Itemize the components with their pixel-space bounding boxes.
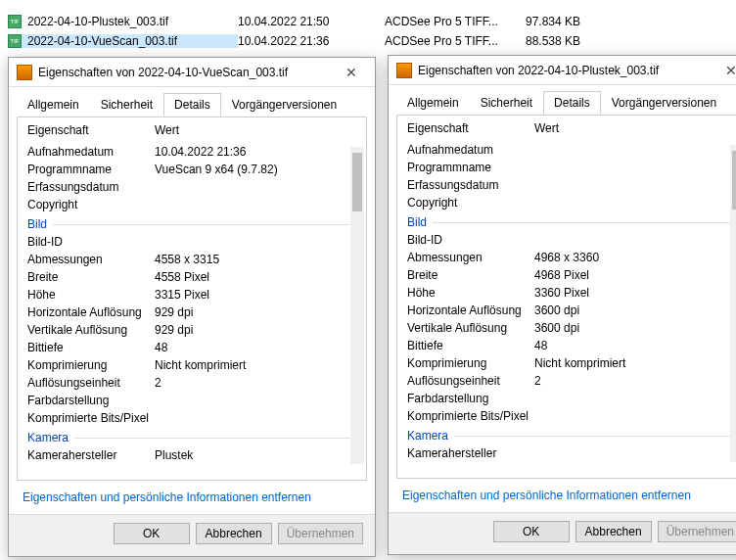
window-title: Eigenschaften von 2022-04-10-VueScan_003…	[38, 66, 336, 79]
file-size: 88.538 KB	[502, 34, 580, 48]
property-name: Farbdarstellung	[27, 394, 155, 407]
property-row[interactable]: Auflösungseinheit2	[407, 372, 736, 390]
property-value: 2	[534, 374, 736, 388]
close-button[interactable]: ✕	[336, 61, 367, 84]
property-name: Aufnahmedatum	[27, 145, 155, 159]
file-name: 2022-04-10-VueScan_003.tif	[27, 34, 238, 48]
file-row[interactable]: TIF 2022-04-10-Plustek_003.tif 10.04.202…	[0, 12, 736, 31]
apply-button[interactable]: Übernehmen	[278, 523, 363, 544]
property-row[interactable]: Bittiefe48	[27, 339, 356, 356]
close-button[interactable]: ✕	[715, 59, 736, 82]
tab-sicherheit[interactable]: Sicherheit	[470, 91, 543, 115]
tab-strip: Allgemein Sicherheit Details Vorgängerve…	[389, 85, 736, 115]
details-scroll[interactable]: Aufnahmedatum10.04.2022 21:36Programmnam…	[18, 143, 366, 468]
scrollbar-thumb[interactable]	[352, 153, 362, 211]
scrollbar[interactable]	[730, 145, 736, 462]
property-row[interactable]: Vertikale Auflösung3600 dpi	[407, 319, 736, 337]
remove-properties-link[interactable]: Eigenschaften und persönliche Informatio…	[9, 481, 375, 514]
property-row[interactable]: Bild-ID	[407, 231, 736, 249]
property-row[interactable]: Höhe3360 Pixel	[407, 284, 736, 302]
property-row[interactable]: Kamerahersteller	[407, 444, 736, 462]
property-row[interactable]: Farbdarstellung	[27, 392, 356, 409]
tab-allgemein[interactable]: Allgemein	[396, 91, 470, 115]
tab-allgemein[interactable]: Allgemein	[17, 93, 90, 117]
file-row-partial[interactable]	[0, 0, 736, 12]
property-row[interactable]: Aufnahmedatum10.04.2022 21:36	[27, 143, 356, 161]
app-icon	[396, 63, 412, 78]
property-row[interactable]: Auflösungseinheit2	[27, 374, 356, 392]
property-value: 4558 x 3315	[155, 253, 356, 266]
property-row[interactable]: KomprimierungNicht komprimiert	[27, 356, 356, 374]
tab-details[interactable]: Details	[543, 91, 601, 115]
property-row[interactable]: Breite4968 Pixel	[407, 266, 736, 284]
property-row[interactable]: Abmessungen4558 x 3315	[27, 251, 356, 268]
ok-button[interactable]: OK	[493, 521, 570, 542]
property-value: Plustek	[155, 448, 356, 462]
property-row[interactable]: Bild-ID	[27, 233, 356, 251]
tab-vorgaengerversionen[interactable]: Vorgängerversionen	[601, 91, 727, 115]
section-header: Kamera	[407, 425, 736, 444]
property-row[interactable]: KameraherstellerPlustek	[27, 446, 356, 464]
property-value: Nicht komprimiert	[534, 356, 736, 370]
property-value: 4558 Pixel	[155, 270, 356, 284]
property-name: Komprimierte Bits/Pixel	[407, 409, 534, 423]
apply-button[interactable]: Übernehmen	[658, 521, 736, 542]
tab-vorgaengerversionen[interactable]: Vorgängerversionen	[221, 93, 347, 117]
property-name: Copyright	[407, 196, 534, 210]
property-row[interactable]: Abmessungen4968 x 3360	[407, 249, 736, 266]
property-row[interactable]: Horizontale Auflösung3600 dpi	[407, 302, 736, 319]
cancel-button[interactable]: Abbrechen	[575, 521, 652, 542]
window-title: Eigenschaften von 2022-04-10-Plustek_003…	[418, 64, 715, 77]
property-row[interactable]: Breite4558 Pixel	[27, 268, 356, 286]
file-name: 2022-04-10-Plustek_003.tif	[27, 15, 238, 28]
tab-sicherheit[interactable]: Sicherheit	[90, 93, 163, 117]
property-value: 2	[155, 376, 356, 390]
property-name: Abmessungen	[407, 251, 534, 264]
scrollbar[interactable]	[350, 147, 364, 464]
property-row[interactable]: Aufnahmedatum	[407, 141, 736, 159]
property-value: 3360 Pixel	[534, 286, 736, 300]
property-row[interactable]: ProgrammnameVueScan 9 x64 (9.7.82)	[27, 161, 356, 178]
property-name: Vertikale Auflösung	[27, 323, 155, 337]
titlebar[interactable]: Eigenschaften von 2022-04-10-Plustek_003…	[389, 56, 736, 85]
property-name: Bittiefe	[27, 341, 155, 354]
property-row[interactable]: Copyright	[407, 194, 736, 211]
property-row[interactable]: Komprimierte Bits/Pixel	[407, 407, 736, 425]
property-name: Erfassungsdatum	[407, 178, 534, 192]
property-value: 929 dpi	[155, 323, 356, 337]
property-value: 4968 Pixel	[534, 268, 736, 282]
property-row[interactable]: Höhe3315 Pixel	[27, 286, 356, 303]
tab-details[interactable]: Details	[163, 93, 221, 117]
details-scroll[interactable]: AufnahmedatumProgrammnameErfassungsdatum…	[397, 141, 736, 466]
details-header: Eigenschaft Wert	[18, 117, 366, 143]
cancel-button[interactable]: Abbrechen	[196, 523, 272, 544]
file-list: TIF 2022-04-10-Plustek_003.tif 10.04.202…	[0, 0, 736, 51]
property-name: Auflösungseinheit	[27, 376, 155, 390]
ok-button[interactable]: OK	[114, 523, 190, 544]
property-name: Höhe	[27, 288, 155, 302]
property-row[interactable]: Bittiefe48	[407, 337, 736, 354]
property-value: 3315 Pixel	[155, 288, 356, 302]
property-name: Aufnahmedatum	[407, 143, 534, 157]
property-row[interactable]: KomprimierungNicht komprimiert	[407, 354, 736, 372]
header-property: Eigenschaft	[27, 123, 155, 137]
property-name: Kamerahersteller	[407, 446, 534, 460]
titlebar[interactable]: Eigenschaften von 2022-04-10-VueScan_003…	[9, 58, 375, 87]
property-name: Vertikale Auflösung	[407, 321, 534, 335]
details-panel: Eigenschaft Wert Aufnahmedatum10.04.2022…	[17, 117, 367, 481]
property-row[interactable]: Programmname	[407, 159, 736, 176]
property-row[interactable]: Copyright	[27, 196, 356, 213]
property-row[interactable]: Farbdarstellung	[407, 390, 736, 407]
property-row[interactable]: Erfassungsdatum	[407, 176, 736, 194]
file-row[interactable]: TIF 2022-04-10-VueScan_003.tif 10.04.202…	[0, 31, 736, 51]
property-row[interactable]: Horizontale Auflösung929 dpi	[27, 303, 356, 321]
property-row[interactable]: Vertikale Auflösung929 dpi	[27, 321, 356, 339]
property-name: Bittiefe	[407, 339, 534, 352]
tab-strip: Allgemein Sicherheit Details Vorgängerve…	[9, 87, 375, 117]
scrollbar-thumb[interactable]	[732, 151, 736, 210]
property-row[interactable]: Komprimierte Bits/Pixel	[27, 409, 356, 427]
property-value: 929 dpi	[155, 305, 356, 319]
property-row[interactable]: Erfassungsdatum	[27, 178, 356, 196]
property-value: 48	[155, 341, 356, 354]
remove-properties-link[interactable]: Eigenschaften und persönliche Informatio…	[389, 479, 736, 512]
